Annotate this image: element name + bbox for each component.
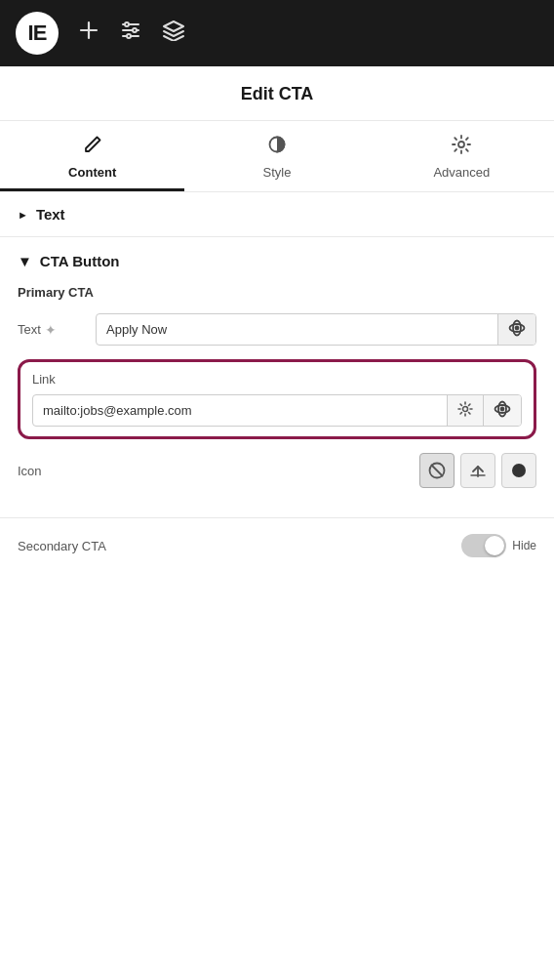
panel-header: Edit CTA — [0, 66, 554, 121]
cta-section-label: CTA Button — [40, 253, 120, 269]
layers-icon[interactable] — [162, 20, 185, 47]
text-input[interactable] — [97, 314, 497, 345]
svg-point-11 — [516, 326, 519, 329]
svg-point-4 — [133, 28, 137, 32]
link-input[interactable] — [33, 395, 447, 426]
tab-advanced-label: Advanced — [433, 165, 490, 180]
link-dynamic-btn[interactable] — [483, 395, 521, 426]
icon-controls — [419, 453, 536, 488]
pencil-icon — [83, 135, 102, 159]
svg-point-3 — [125, 22, 129, 26]
icon-circle-btn[interactable] — [501, 453, 536, 488]
icon-row: Icon — [18, 453, 536, 488]
text-field-label: Text ✦ — [18, 322, 96, 338]
icon-field-label: Icon — [18, 464, 96, 478]
svg-point-5 — [127, 34, 131, 38]
tab-content-label: Content — [68, 165, 116, 180]
primary-cta-label: Primary CTA — [18, 285, 536, 300]
icon-upload-btn[interactable] — [460, 453, 495, 488]
link-input-group — [32, 394, 522, 427]
elementor-logo[interactable]: IE — [16, 12, 59, 55]
add-icon[interactable] — [78, 20, 99, 47]
logo-text: IE — [28, 20, 47, 46]
ai-sparkle-icon[interactable]: ✦ — [45, 322, 57, 338]
tab-advanced[interactable]: Advanced — [370, 121, 554, 191]
svg-point-12 — [463, 407, 468, 412]
cta-section-header[interactable]: ▼ CTA Button — [18, 253, 536, 269]
toolbar: IE — [0, 0, 554, 66]
tab-style[interactable]: Style — [184, 121, 369, 191]
svg-point-8 — [458, 142, 464, 147]
text-dynamic-btn[interactable] — [497, 314, 535, 345]
cta-section-arrow: ▼ — [18, 253, 32, 269]
text-input-group — [96, 313, 536, 346]
text-section-arrow: ► — [18, 209, 28, 221]
text-section-label: Text — [36, 206, 65, 223]
link-row-wrapper: Link — [18, 359, 536, 439]
toggle-knob — [485, 536, 504, 555]
link-settings-btn[interactable] — [447, 395, 483, 426]
tab-style-label: Style — [263, 165, 292, 180]
cta-button-section: ▼ CTA Button Primary CTA Text ✦ Link — [0, 237, 554, 517]
secondary-cta-toggle[interactable] — [461, 534, 506, 557]
toggle-label: Hide — [512, 539, 536, 552]
gear-icon — [452, 135, 471, 159]
panel-title: Edit CTA — [16, 84, 538, 104]
tab-content[interactable]: Content — [0, 121, 184, 191]
secondary-cta-row: Secondary CTA Hide — [0, 517, 554, 573]
link-highlight-box: Link — [18, 359, 536, 439]
filters-icon[interactable] — [119, 20, 142, 47]
secondary-toggle-container: Hide — [461, 534, 536, 557]
text-section: ► Text — [0, 192, 554, 237]
text-field-row: Text ✦ — [18, 313, 536, 346]
svg-point-15 — [501, 408, 504, 411]
svg-marker-6 — [164, 21, 183, 31]
tabs-bar: Content Style Advanced — [0, 121, 554, 192]
link-field-label: Link — [32, 372, 522, 387]
icon-none-btn[interactable] — [419, 453, 455, 488]
svg-point-19 — [512, 464, 526, 477]
text-section-header[interactable]: ► Text — [18, 206, 536, 223]
secondary-cta-label: Secondary CTA — [18, 539, 461, 553]
svg-line-17 — [432, 466, 443, 476]
style-icon — [267, 135, 287, 159]
